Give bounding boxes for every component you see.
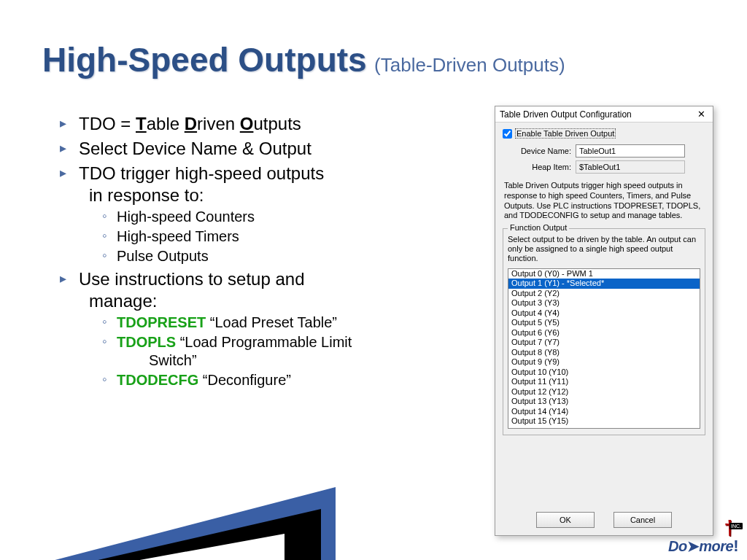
slide-title: High-Speed Outputs (Table-Driven Outputs… bbox=[42, 40, 718, 79]
heap-item-label: Heap Item: bbox=[513, 163, 571, 171]
logo-inc: INC. bbox=[729, 523, 743, 529]
sub-counters: High-speed Counters bbox=[102, 208, 481, 226]
sub-tdopreset: TDOPRESET “Load Preset Table” bbox=[102, 314, 481, 332]
bullet-select-device: Select Device Name & Output bbox=[58, 138, 481, 160]
output-option[interactable]: Output 3 (Y3) bbox=[508, 298, 700, 308]
output-option[interactable]: Output 13 (Y13) bbox=[508, 397, 700, 407]
output-option[interactable]: Output 9 (Y9) bbox=[508, 357, 700, 368]
dialog-title: Table Driven Output Configuration bbox=[500, 109, 632, 120]
output-option[interactable]: Output 11 (Y11) bbox=[508, 377, 700, 387]
output-option[interactable]: Output 0 (Y0) - PWM 1 bbox=[508, 269, 700, 279]
bullet-tdo-definition: TDO = Table Driven Outputs bbox=[58, 113, 481, 135]
dialog-titlebar: Table Driven Output Configuration ✕ bbox=[495, 106, 713, 122]
device-name-input[interactable] bbox=[576, 144, 685, 158]
dialog-description: Table Driven Outputs trigger high speed … bbox=[504, 181, 704, 221]
config-dialog: Table Driven Output Configuration ✕ Enab… bbox=[495, 106, 713, 536]
title-sub: (Table-Driven Outputs) bbox=[374, 54, 565, 76]
output-option[interactable]: Output 2 (Y2) bbox=[508, 289, 700, 299]
fieldset-description: Select output to be driven by the table.… bbox=[508, 235, 700, 264]
output-option[interactable]: Output 15 (Y15) bbox=[508, 416, 700, 427]
output-option[interactable]: Output 6 (Y6) bbox=[508, 328, 700, 338]
heap-item-field bbox=[576, 160, 685, 174]
sub-timers: High-speed Timers bbox=[102, 228, 481, 246]
enable-label: Enable Table Driven Output bbox=[515, 128, 616, 139]
output-option[interactable]: Output 7 (Y7) bbox=[508, 338, 700, 348]
cancel-button[interactable]: Cancel bbox=[614, 512, 672, 528]
function-output-fieldset: Function Output Select output to be driv… bbox=[503, 228, 705, 435]
slide-decoration bbox=[0, 458, 350, 560]
sub-tdodecfg: TDODECFG “Deconfigure” bbox=[102, 371, 481, 389]
output-option[interactable]: Output 1 (Y1) - *Selected* bbox=[508, 279, 700, 289]
sub-tdopls: TDOPLS “Load Programmable Limit Switch” bbox=[102, 333, 481, 370]
title-main: High-Speed Outputs bbox=[42, 41, 367, 79]
bullet-instructions: Use instructions to setup and manage: TD… bbox=[58, 268, 481, 389]
ok-button[interactable]: OK bbox=[536, 512, 595, 528]
sub-pulse: Pulse Outputs bbox=[102, 247, 481, 265]
output-option[interactable]: Output 10 (Y10) bbox=[508, 368, 700, 378]
output-option[interactable]: Output 5 (Y5) bbox=[508, 318, 700, 328]
output-option[interactable]: Output 8 (Y8) bbox=[508, 348, 700, 358]
output-option[interactable]: Output 12 (Y12) bbox=[508, 387, 700, 397]
fieldset-legend: Function Output bbox=[508, 223, 569, 232]
enable-checkbox[interactable] bbox=[503, 129, 512, 139]
bullet-trigger: TDO trigger high-speed outputs in respon… bbox=[58, 163, 481, 265]
device-name-label: Device Name: bbox=[513, 147, 571, 155]
output-listbox[interactable]: Output 0 (Y0) - PWM 1Output 1 (Y1) - *Se… bbox=[508, 268, 700, 429]
domore-logo: Do➤more! bbox=[668, 537, 738, 556]
output-option[interactable]: Output 4 (Y4) bbox=[508, 308, 700, 319]
logo-arrow-icon: ➤ bbox=[687, 538, 700, 554]
output-option[interactable]: Output 14 (Y14) bbox=[508, 407, 700, 417]
slide-content: TDO = Table Driven Outputs Select Device… bbox=[58, 113, 481, 392]
close-icon[interactable]: ✕ bbox=[694, 109, 708, 120]
